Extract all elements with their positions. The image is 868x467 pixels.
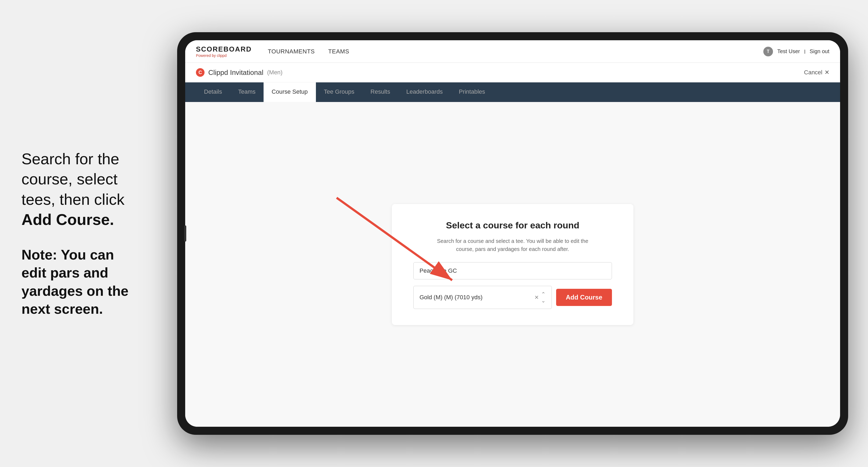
panel-title: Select a course for each round [446,220,580,230]
tournament-icon: C [196,68,205,77]
nav-teams[interactable]: TEAMS [328,48,349,55]
user-avatar: T [763,47,773,56]
tab-results[interactable]: Results [362,83,398,102]
nav-tournaments[interactable]: TOURNAMENTS [268,48,315,55]
add-course-button[interactable]: Add Course [556,289,612,306]
annotation-area: Search for thecourse, selecttees, then c… [0,0,188,467]
tablet-device: SCOREBOARD Powered by clippd TOURNAMENTS… [177,32,848,435]
tab-details[interactable]: Details [196,83,230,102]
course-search-input[interactable] [413,262,612,279]
tournament-name: Clippd Invitational [208,68,263,77]
logo-area: SCOREBOARD Powered by clippd [196,45,252,58]
tournament-gender: (Men) [267,69,282,76]
annotation-note: Note: You canedit pars andyardages on th… [22,246,166,318]
tee-select-row: Gold (M) (M) (7010 yds) ✕ ⌃⌄ Add Course [413,286,612,309]
tablet-side-button [184,225,186,242]
logo-subtitle: Powered by clippd [196,54,252,58]
tab-leaderboards[interactable]: Leaderboards [398,83,451,102]
logo-title: SCOREBOARD [196,45,252,54]
panel-description: Search for a course and select a tee. Yo… [432,237,593,253]
sign-out-link[interactable]: Sign out [810,48,829,55]
tournament-header: C Clippd Invitational (Men) Cancel ✕ [185,63,840,83]
course-select-panel: Select a course for each round Search fo… [392,204,633,325]
tournament-title-row: C Clippd Invitational (Men) [196,68,283,77]
annotation-line1: Search for thecourse, selecttees, then c… [22,150,125,208]
user-label: Test User [777,48,800,55]
separator: | [804,49,805,54]
note-text: Note: You canedit pars andyardages on th… [22,247,129,317]
tab-tee-groups[interactable]: Tee Groups [316,83,363,102]
clear-icon[interactable]: ✕ [534,294,539,301]
tab-course-setup[interactable]: Course Setup [264,83,316,102]
tee-value: Gold (M) (M) (7010 yds) [420,294,483,301]
annotation-bold: Add Course. [22,211,114,228]
chevron-icon[interactable]: ⌃⌄ [541,291,546,304]
annotation-text: Search for thecourse, selecttees, then c… [22,149,166,230]
user-area: T Test User | Sign out [763,47,829,56]
cancel-button[interactable]: Cancel ✕ [804,69,829,76]
tab-nav: Details Teams Course Setup Tee Groups Re… [185,83,840,102]
tab-teams[interactable]: Teams [230,83,264,102]
tee-select-wrapper[interactable]: Gold (M) (M) (7010 yds) ✕ ⌃⌄ [413,286,552,309]
main-content: Select a course for each round Search fo… [185,102,840,427]
tab-printables[interactable]: Printables [451,83,493,102]
nav-links: TOURNAMENTS TEAMS [268,48,747,55]
top-nav: SCOREBOARD Powered by clippd TOURNAMENTS… [185,40,840,63]
tablet-outer: SCOREBOARD Powered by clippd TOURNAMENTS… [177,32,848,435]
tee-controls: ✕ ⌃⌄ [534,291,546,304]
tablet-screen: SCOREBOARD Powered by clippd TOURNAMENTS… [185,40,840,427]
